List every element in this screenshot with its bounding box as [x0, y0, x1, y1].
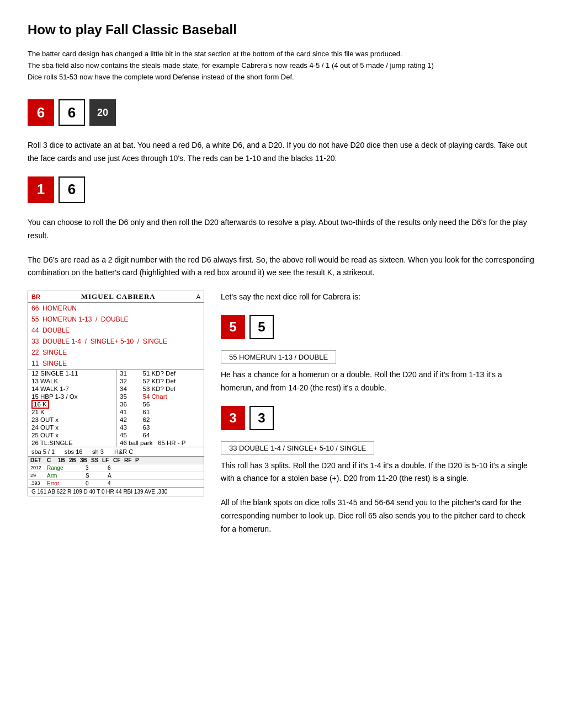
dice-description-2a: You can choose to roll the D6 only and t… [28, 216, 535, 243]
card-row-44: 44 DOUBLE [28, 325, 204, 336]
die-white-5: 5 [249, 315, 274, 339]
dice-row-5-5: 5 5 [221, 315, 535, 339]
card-row-55: 55 HOMERUN 1-13 / DOUBLE [28, 314, 204, 325]
card-row-right-45: 45 64 [116, 431, 204, 439]
card-stats-row: sba 5 / 1 sbs 16 sh 3 H&R C [28, 447, 204, 456]
card-row-16: 16 K [28, 400, 116, 408]
sba-value: sba 5 / 1 [31, 448, 65, 455]
two-col-rows: 12 SINGLE 1-11 31 51 KD? Def 13 WALK 32 … [28, 369, 204, 447]
card-row-right-43: 43 63 [116, 424, 204, 431]
die-red-5: 5 [221, 315, 245, 339]
page-title: How to play Fall Classic Baseball [28, 22, 535, 38]
die-red-6: 6 [28, 99, 54, 126]
dice-row-2: 1 6 [28, 176, 535, 203]
card-row-right-41: 41 61 [116, 408, 204, 416]
batter-card-section: BR Miguel Cabrera A 66 HOMERUN 55 HOMERU… [28, 291, 204, 547]
die-red-1: 1 [28, 176, 54, 203]
highlighted-55-result: 55 HOMERUN 1-13 / DOUBLE [221, 350, 336, 364]
det-row-arm: 29 Arm S A [28, 472, 204, 479]
card-row-right-35: 35 54 Chart [116, 393, 204, 400]
card-row-right-42: 42 62 [116, 416, 204, 424]
card-row-23: 23 OUT x [28, 416, 116, 424]
die-white-3: 3 [249, 406, 274, 430]
para-3: All of the blank spots on dice rolls 31-… [221, 496, 535, 536]
sbs-value: sbs 16 [65, 448, 92, 455]
card-row-right-46: 46 ball park 65 HR - P [116, 439, 204, 447]
card-row-11: 11 SINGLE [28, 358, 204, 369]
card-row-15: 15 HBP 1-3 / Ox [28, 393, 116, 400]
card-row-26: 26 TL:SINGLE [28, 439, 116, 447]
para-1: He has a chance for a homerun or a doubl… [221, 368, 535, 395]
card-header: BR Miguel Cabrera A [28, 291, 204, 303]
card-row-12: 12 SINGLE 1-11 [28, 370, 116, 377]
die-red-3: 3 [221, 406, 245, 430]
explanation-section: Let's say the next dice roll for Cabrera… [221, 291, 535, 547]
det-header-row: DET C 1B 2B 3B SS LF CF RF P [28, 456, 204, 464]
card-row-66: 66 HOMERUN [28, 303, 204, 314]
card-row-21: 21 K [28, 408, 116, 416]
highlighted-16k: 16 K [31, 400, 49, 409]
card-row-right-36: 36 56 [116, 400, 204, 408]
highlighted-33-result: 33 DOUBLE 1-4 / SINGLE+ 5-10 / SINGLE [221, 441, 374, 455]
card-row-24: 24 OUT x [28, 424, 116, 431]
card-bottom-stats: G 161 AB 622 R 109 D 40 T 0 HR 44 RBI 13… [28, 487, 204, 496]
card-row-right-34: 34 53 KD? Def [116, 385, 204, 393]
intro-text: The batter card design has changed a lit… [28, 49, 535, 83]
det-row-2012: 2012 Range 3 6 [28, 464, 204, 472]
card-row-13: 13 WALK [28, 377, 116, 385]
card-row-33: 33 DOUBLE 1-4 / SINGLE+ 5-10 / SINGLE [28, 336, 204, 347]
card-row-14: 14 WALK 1-7 [28, 385, 116, 393]
sh-value: sh 3 [92, 448, 114, 455]
die-dark-20: 20 [89, 99, 116, 126]
chart-54-label: 54 Chart [143, 393, 167, 400]
para-2: This roll has 3 splits. Roll the D20 and… [221, 459, 535, 486]
det-row-error: .393 Error 0 4 [28, 479, 204, 487]
card-row-right-31: 31 51 KD? Def [116, 370, 204, 377]
die-white-6: 6 [59, 99, 85, 126]
dice-row-1: 6 6 20 [28, 99, 535, 126]
card-row-25: 25 OUT x [28, 431, 116, 439]
dice-description-2b: The D6's are read as a 2 digit number wi… [28, 254, 535, 280]
card-side: A [196, 293, 200, 300]
card-br: BR [31, 293, 40, 300]
card-row-22: 22 SINGLE [28, 347, 204, 358]
main-content: BR Miguel Cabrera A 66 HOMERUN 55 HOMERU… [28, 291, 535, 547]
dice-description-1: Roll 3 dice to activate an at bat. You n… [28, 139, 535, 165]
batter-card: BR Miguel Cabrera A 66 HOMERUN 55 HOMERU… [28, 291, 204, 496]
dice-row-3-3: 3 3 [221, 406, 535, 430]
card-row-right-32: 32 52 KD? Def [116, 377, 204, 385]
card-player-name: Miguel Cabrera [81, 292, 156, 301]
next-roll-text: Let's say the next dice roll for Cabrera… [221, 291, 535, 304]
har-value: H&R C [114, 448, 200, 455]
die-white-6b: 6 [59, 176, 85, 203]
